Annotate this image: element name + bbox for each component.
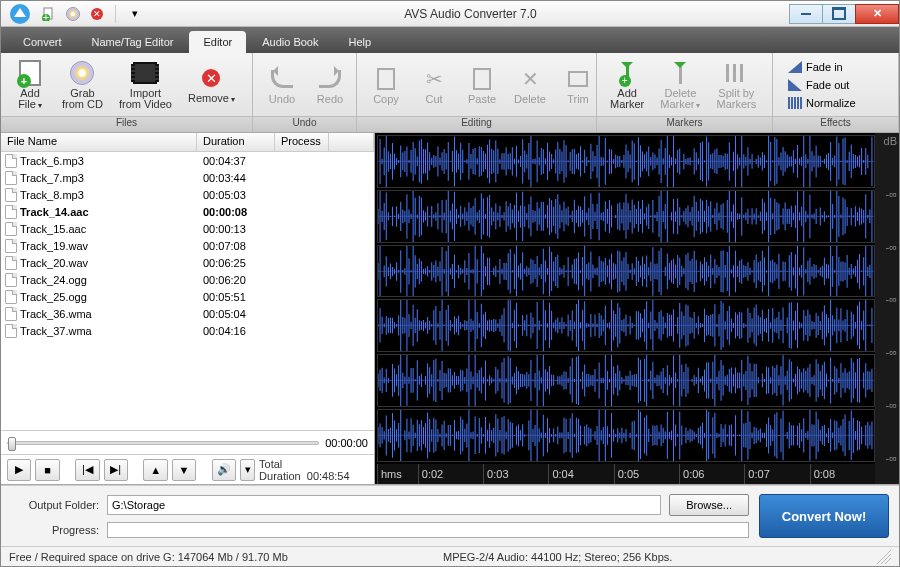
trim-button[interactable]: Trim — [555, 56, 601, 114]
seek-thumb[interactable] — [8, 437, 16, 451]
file-name: Track_20.wav — [20, 257, 88, 269]
total-duration-label: Total Duration — [259, 458, 301, 482]
file-row[interactable]: Track_7.mp300:03:44 — [1, 169, 374, 186]
move-down-button[interactable]: ▼ — [172, 459, 196, 481]
page-plus-icon: + — [16, 59, 44, 87]
browse-button[interactable]: Browse... — [669, 494, 749, 516]
file-duration: 00:06:20 — [197, 274, 275, 286]
file-row[interactable]: Track_8.mp300:05:03 — [1, 186, 374, 203]
file-row[interactable]: Track_20.wav00:06:25 — [1, 254, 374, 271]
paste-icon — [468, 65, 496, 93]
fade-in-button[interactable]: Fade in — [783, 58, 861, 76]
file-icon — [5, 239, 17, 253]
group-label-undo: Undo — [253, 116, 356, 132]
fade-in-icon — [788, 61, 802, 73]
file-icon — [5, 256, 17, 270]
volume-menu-button[interactable]: ▾ — [240, 459, 255, 481]
file-icon — [5, 273, 17, 287]
waveform-channel[interactable] — [377, 409, 875, 462]
redo-button[interactable]: Redo — [307, 56, 353, 114]
play-button[interactable]: ▶ — [7, 459, 31, 481]
remove-button[interactable]: ✕Remove — [181, 56, 242, 114]
file-row[interactable]: Track_25.ogg00:05:51 — [1, 288, 374, 305]
seek-slider[interactable] — [7, 441, 319, 445]
file-row[interactable]: Track_24.ogg00:06:20 — [1, 271, 374, 288]
file-duration: 00:06:25 — [197, 257, 275, 269]
split-icon — [722, 59, 750, 87]
cd-icon — [68, 59, 96, 87]
prev-track-button[interactable]: |◀ — [75, 459, 99, 481]
stop-button[interactable]: ■ — [35, 459, 59, 481]
waveform-channel[interactable] — [377, 354, 875, 407]
copy-button[interactable]: Copy — [363, 56, 409, 114]
qat-grab-cd-button[interactable] — [63, 5, 83, 23]
paste-button[interactable]: Paste — [459, 56, 505, 114]
output-folder-input[interactable] — [107, 495, 661, 515]
file-name: Track_6.mp3 — [20, 155, 84, 167]
fade-out-icon — [788, 79, 802, 91]
file-row[interactable]: Track_36.wma00:05:04 — [1, 305, 374, 322]
col-duration[interactable]: Duration — [197, 133, 275, 151]
waveform-channel[interactable] — [377, 299, 875, 352]
file-name: Track_19.wav — [20, 240, 88, 252]
file-name: Track_7.mp3 — [20, 172, 84, 184]
col-filename[interactable]: File Name — [1, 133, 197, 151]
volume-button[interactable]: 🔊 — [212, 459, 236, 481]
qat-remove-button[interactable]: ✕ — [87, 5, 107, 23]
delete-marker-button[interactable]: Delete Marker — [653, 56, 707, 114]
add-marker-icon — [613, 59, 641, 87]
add-marker-button[interactable]: Add Marker — [603, 56, 651, 114]
qat-separator — [115, 5, 121, 23]
add-file-button[interactable]: +Add File — [7, 56, 53, 114]
col-extra[interactable] — [329, 133, 374, 151]
file-row[interactable]: Track_37.wma00:04:16 — [1, 322, 374, 339]
file-duration: 00:00:13 — [197, 223, 275, 235]
qat-add-file-button[interactable]: + — [39, 5, 59, 23]
file-row[interactable]: Track_19.wav00:07:08 — [1, 237, 374, 254]
db-scale: dB -∞-∞-∞-∞-∞-∞ — [875, 133, 899, 484]
cut-icon: ✂ — [420, 65, 448, 93]
waveform-channel[interactable] — [377, 190, 875, 243]
close-button[interactable] — [855, 4, 899, 24]
move-up-button[interactable]: ▲ — [143, 459, 167, 481]
svg-text:+: + — [43, 11, 49, 21]
grab-from-cd-button[interactable]: Grab from CD — [55, 56, 110, 114]
total-duration: 00:48:54 — [307, 470, 350, 482]
file-duration: 00:05:51 — [197, 291, 275, 303]
tab-audio-book[interactable]: Audio Book — [248, 31, 332, 53]
delete-icon: ✕ — [516, 65, 544, 93]
tab-name-tag-editor[interactable]: Name/Tag Editor — [78, 31, 188, 53]
tab-help[interactable]: Help — [334, 31, 385, 53]
file-duration: 00:04:37 — [197, 155, 275, 167]
file-name: Track_8.mp3 — [20, 189, 84, 201]
file-duration: 00:05:04 — [197, 308, 275, 320]
file-duration: 00:00:08 — [197, 206, 275, 218]
file-row[interactable]: Track_6.mp300:04:37 — [1, 152, 374, 169]
cut-button[interactable]: ✂Cut — [411, 56, 457, 114]
normalize-button[interactable]: Normalize — [783, 94, 861, 112]
minimize-button[interactable] — [789, 4, 823, 24]
file-duration: 00:03:44 — [197, 172, 275, 184]
file-row[interactable]: Track_14.aac00:00:08 — [1, 203, 374, 220]
fade-out-button[interactable]: Fade out — [783, 76, 861, 94]
delete-button[interactable]: ✕Delete — [507, 56, 553, 114]
file-row[interactable]: Track_15.aac00:00:13 — [1, 220, 374, 237]
group-label-files: Files — [1, 116, 252, 132]
maximize-button[interactable] — [822, 4, 856, 24]
qat-customize-button[interactable]: ▾ — [125, 5, 145, 23]
waveform-channel[interactable] — [377, 135, 875, 188]
svg-marker-4 — [788, 61, 802, 73]
tab-convert[interactable]: Convert — [9, 31, 76, 53]
next-track-button[interactable]: ▶| — [104, 459, 128, 481]
resize-grip-icon[interactable] — [877, 550, 891, 564]
convert-now-button[interactable]: Convert Now! — [759, 494, 889, 538]
split-by-markers-button[interactable]: Split by Markers — [709, 56, 763, 114]
import-from-video-button[interactable]: Import from Video — [112, 56, 179, 114]
tab-editor[interactable]: Editor — [189, 31, 246, 53]
col-process[interactable]: Process — [275, 133, 329, 151]
waveform-channel[interactable] — [377, 245, 875, 298]
trim-icon — [564, 65, 592, 93]
svg-marker-5 — [788, 79, 802, 91]
undo-button[interactable]: Undo — [259, 56, 305, 114]
file-name: Track_14.aac — [20, 206, 89, 218]
